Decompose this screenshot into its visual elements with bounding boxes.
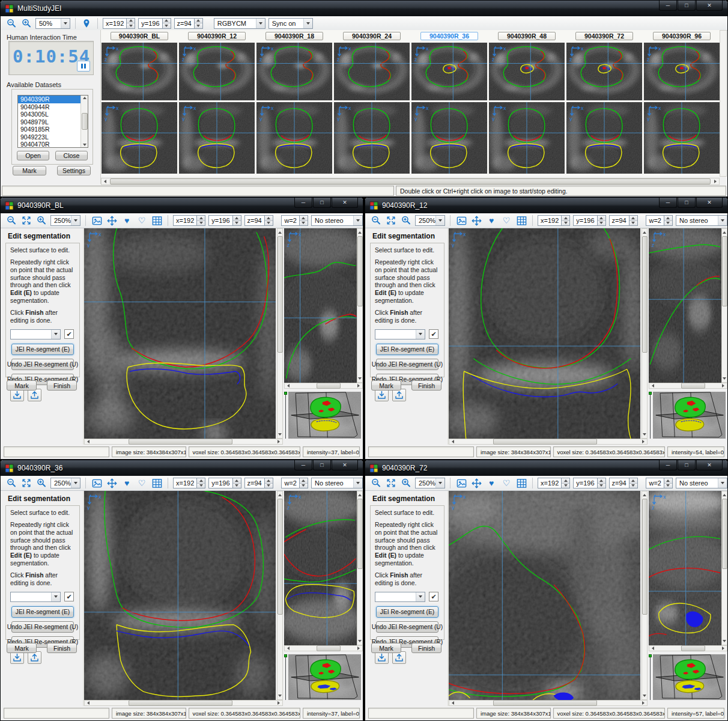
x-coordinate-stepper[interactable]: x=192 <box>173 478 205 488</box>
heart-outline-icon[interactable]: ♡ <box>500 477 512 489</box>
main-view-horizontal-scrollbar[interactable] <box>449 700 648 706</box>
y-coordinate-stepper[interactable]: y=196 <box>138 18 171 29</box>
maximize-button[interactable]: □ <box>678 198 696 208</box>
center-cursor-icon[interactable] <box>106 214 118 227</box>
thumbnail-sagittal-view[interactable]: xy <box>102 102 177 174</box>
z-coordinate-stepper[interactable]: z=94 <box>174 18 203 29</box>
maximize-button[interactable]: □ <box>678 1 696 11</box>
main-view-horizontal-scrollbar[interactable] <box>84 439 283 445</box>
thumbnail-axial-view[interactable]: xz <box>489 43 565 100</box>
thumbnail-label[interactable]: 9040390R_24 <box>343 32 401 40</box>
window-titlebar[interactable]: MultiStudyJEI ─ □ ✕ <box>1 1 727 16</box>
side-view-vertical-scrollbar[interactable] <box>721 491 727 645</box>
layout-grid-icon[interactable] <box>151 477 163 489</box>
layout-grid-icon[interactable] <box>515 477 527 489</box>
center-cursor-icon[interactable] <box>106 477 118 489</box>
render-3d-view[interactable] <box>288 654 361 700</box>
finish-button[interactable]: Finish <box>411 380 441 391</box>
fit-view-icon[interactable] <box>385 477 397 489</box>
dataset-list-item[interactable]: 9049185R <box>18 126 88 133</box>
heart-outline-icon[interactable]: ♡ <box>500 214 512 227</box>
open-button[interactable]: Open <box>17 151 49 160</box>
maximize-button[interactable]: □ <box>678 460 696 470</box>
close-button[interactable]: ✕ <box>332 198 358 208</box>
minimize-button[interactable]: ─ <box>659 198 677 208</box>
layout-grid-icon[interactable] <box>515 214 527 227</box>
heart-filled-icon[interactable]: ♥ <box>485 477 497 489</box>
jei-resegment-button[interactable]: JEI Re-segment (E) <box>376 344 438 355</box>
mark-button[interactable]: Mark <box>13 166 46 175</box>
zoom-level-select[interactable]: 250% <box>50 478 80 488</box>
main-view-vertical-scrollbar[interactable] <box>642 491 648 700</box>
dataset-list-item[interactable]: 9040470R <box>18 141 88 148</box>
finish-button[interactable]: Finish <box>47 380 77 391</box>
dataset-list-item[interactable]: 9048979L <box>18 118 88 126</box>
close-button[interactable]: ✕ <box>332 460 358 470</box>
main-view-vertical-scrollbar[interactable] <box>277 491 283 700</box>
finish-button[interactable]: Finish <box>411 643 441 653</box>
maximize-button[interactable]: □ <box>313 198 331 208</box>
side-view-vertical-scrollbar[interactable] <box>357 228 363 383</box>
side-slice-view[interactable]: xz <box>284 491 357 645</box>
main-slice-view[interactable]: xy <box>84 491 276 700</box>
main-view-vertical-scrollbar[interactable] <box>277 228 283 439</box>
maximize-button[interactable]: □ <box>313 460 331 470</box>
window-titlebar[interactable]: 9040390R_72 ─ □ ✕ <box>365 460 727 476</box>
thumbnail-label[interactable]: 9040390R_12 <box>188 32 246 40</box>
side-slice-view[interactable]: xz <box>284 228 357 383</box>
x-coordinate-stepper[interactable]: x=192 <box>538 215 570 226</box>
thumbnail-axial-view[interactable]: xz <box>566 43 642 100</box>
window-titlebar[interactable]: 9040390R_12 ─ □ ✕ <box>365 198 727 213</box>
zoom-out-icon[interactable] <box>5 17 17 29</box>
window-titlebar[interactable]: 9040390R_36 ─ □ ✕ <box>1 460 363 476</box>
main-view-vertical-scrollbar[interactable] <box>642 228 648 439</box>
fit-view-icon[interactable] <box>20 477 32 489</box>
window-width-stepper[interactable]: w=2 <box>646 215 673 226</box>
side-slice-view[interactable]: xz <box>649 491 721 645</box>
side-view-horizontal-scrollbar[interactable] <box>649 383 727 389</box>
thumbnail-label[interactable]: 9040390R_18 <box>265 32 323 40</box>
minimize-button[interactable]: ─ <box>294 460 312 470</box>
thumbnail-axial-view[interactable]: xz <box>334 43 410 100</box>
z-coordinate-stepper[interactable]: z=94 <box>244 478 273 488</box>
dataset-list-item[interactable]: 9040390R <box>18 96 88 103</box>
pause-button[interactable] <box>77 61 90 71</box>
thumbnail-label[interactable]: 9040390R_BL <box>111 32 168 40</box>
z-coordinate-stepper[interactable]: z=94 <box>609 478 638 488</box>
surface-visible-checkbox[interactable]: ✔ <box>64 329 74 339</box>
zoom-in-icon[interactable] <box>35 214 47 227</box>
snapshot-icon[interactable] <box>91 214 103 227</box>
thumbnail-sagittal-view[interactable]: xy <box>566 102 642 174</box>
zoom-out-icon[interactable] <box>370 477 382 489</box>
surface-visible-checkbox[interactable]: ✔ <box>429 592 438 601</box>
zoom-in-icon[interactable] <box>35 477 47 489</box>
dataset-list-item[interactable]: 9043005L <box>18 111 88 118</box>
surface-select[interactable] <box>10 592 61 602</box>
render-slider[interactable] <box>284 654 287 700</box>
layout-grid-icon[interactable] <box>151 214 163 227</box>
render-slider[interactable] <box>649 392 652 439</box>
thumbnail-axial-view[interactable]: xz <box>256 43 332 100</box>
side-view-vertical-scrollbar[interactable] <box>357 491 363 645</box>
surface-select[interactable] <box>10 329 61 339</box>
zoom-out-icon[interactable] <box>370 214 382 227</box>
mark-button[interactable]: Mark <box>7 380 37 391</box>
mark-button[interactable]: Mark <box>371 643 401 653</box>
thumbnail-sagittal-view[interactable]: xy <box>489 102 565 174</box>
zoom-out-icon[interactable] <box>5 214 17 227</box>
y-coordinate-stepper[interactable]: y=196 <box>208 215 241 226</box>
y-coordinate-stepper[interactable]: y=196 <box>208 478 241 488</box>
thumbnail-sagittal-view[interactable]: xy <box>334 102 410 174</box>
zoom-out-icon[interactable] <box>5 477 17 489</box>
close-dataset-button[interactable]: Close <box>55 151 88 160</box>
fit-view-icon[interactable] <box>20 214 32 227</box>
zoom-level-select[interactable]: 250% <box>50 215 80 226</box>
close-button[interactable]: ✕ <box>696 1 723 11</box>
snapshot-icon[interactable] <box>455 214 467 227</box>
render-3d-view[interactable] <box>288 392 361 439</box>
minimize-button[interactable]: ─ <box>294 198 312 208</box>
snapshot-icon[interactable] <box>91 477 103 489</box>
surface-select[interactable] <box>375 592 425 602</box>
thumbnail-axial-view[interactable]: xz <box>102 43 177 100</box>
finish-button[interactable]: Finish <box>47 643 77 653</box>
